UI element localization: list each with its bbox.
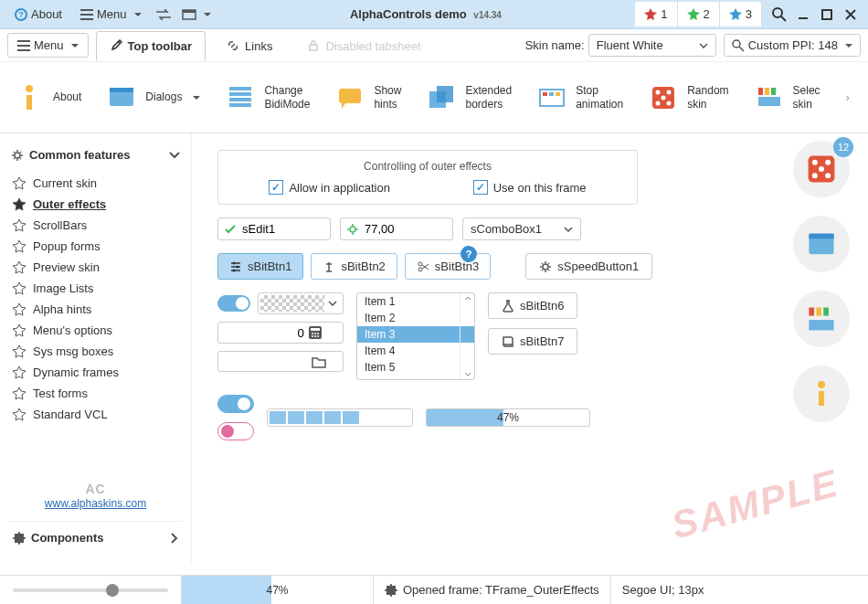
scissors-icon: [417, 260, 429, 273]
svg-point-46: [812, 160, 818, 165]
borders-icon: [425, 81, 458, 114]
svg-rect-8: [26, 95, 32, 110]
svg-rect-17: [549, 92, 554, 96]
search-icon[interactable]: [767, 5, 791, 25]
edit1-input[interactable]: [217, 217, 331, 240]
sbitbtn6[interactable]: sBitBtn6: [488, 292, 577, 319]
sidebar-item-preview-skin[interactable]: Preview skin: [7, 257, 184, 278]
calc-icon[interactable]: [308, 325, 323, 340]
circle-window[interactable]: [793, 216, 850, 272]
sidebar-item-menu-s-options[interactable]: Menu's options: [7, 320, 184, 341]
sidebar-item-standard-vcl[interactable]: Standard VCL: [7, 404, 184, 425]
sidebar-common-header[interactable]: Common features: [7, 143, 184, 167]
circle-dice[interactable]: 12: [793, 141, 850, 197]
about-button[interactable]: ? About: [5, 4, 71, 25]
svg-rect-5: [822, 10, 831, 19]
help-badge[interactable]: ?: [460, 246, 477, 262]
svg-rect-15: [540, 90, 564, 106]
sbitbtn2[interactable]: sBitBtn2: [311, 253, 397, 280]
maximize-icon[interactable]: [815, 5, 839, 25]
sbitbtn1[interactable]: sBitBtn1: [217, 253, 303, 280]
ribbon-about[interactable]: About: [9, 78, 85, 118]
sidebar-item-popup-forms[interactable]: Popup forms: [7, 236, 184, 257]
star-tabs: 1 2 3: [635, 2, 762, 26]
swap-icon[interactable]: [151, 5, 176, 24]
svg-rect-6: [310, 45, 317, 50]
close-icon[interactable]: [839, 5, 863, 25]
edit2-input[interactable]: [340, 217, 453, 240]
sidebar-components-header[interactable]: Components: [7, 521, 184, 554]
list-item[interactable]: Item 5: [357, 359, 474, 376]
minimize-icon[interactable]: [791, 5, 815, 25]
list-item[interactable]: Item 1: [357, 293, 474, 310]
folder-icon[interactable]: [312, 355, 326, 368]
ribbon-dialogs[interactable]: Dialogs: [101, 78, 204, 118]
number-input[interactable]: [217, 322, 344, 344]
sidebar-item-test-forms[interactable]: Test forms: [7, 383, 184, 404]
tab-disabled: Disabled tabsheet: [293, 31, 434, 60]
sbitbtn7[interactable]: sBitBtn7: [488, 328, 577, 355]
ribbon-show-hints[interactable]: Show hints: [330, 78, 405, 118]
scrollbar[interactable]: [460, 293, 474, 379]
info-icon: [13, 81, 46, 114]
pattern-preview: [260, 295, 324, 312]
sidebar-item-dynamic-frames[interactable]: Dynamic frames: [7, 362, 184, 383]
star-tab-2[interactable]: 2: [678, 2, 720, 26]
toggle1[interactable]: [217, 295, 250, 312]
ribbon-stop-animation[interactable]: Stop animation: [532, 78, 627, 118]
svg-text:?: ?: [18, 10, 24, 19]
puzzle-icon: [13, 532, 26, 545]
switch-pink[interactable]: [217, 422, 254, 440]
ribbon-random-skin[interactable]: Random skin: [643, 78, 732, 118]
status-slider[interactable]: [13, 588, 168, 592]
svg-point-36: [543, 264, 548, 270]
slider-thumb[interactable]: [106, 584, 119, 597]
star-icon: [13, 408, 26, 421]
svg-rect-55: [816, 308, 821, 316]
svg-point-29: [15, 153, 20, 158]
list-item[interactable]: Item 2: [357, 310, 474, 326]
ribbon-extended-borders[interactable]: Extended borders: [421, 78, 515, 118]
svg-rect-26: [758, 88, 763, 95]
sidebar-item-sys-msg-boxes[interactable]: Sys msg boxes: [7, 341, 184, 362]
sidebar-item-alpha-hints[interactable]: Alpha hints: [7, 299, 184, 320]
svg-rect-11: [110, 88, 133, 92]
menu-button[interactable]: Menu: [7, 33, 89, 58]
speedbutton1[interactable]: sSpeedButton1: [525, 253, 652, 280]
listbox[interactable]: Item 1Item 2Item 3Item 4Item 5Item 6: [356, 292, 475, 380]
ppi-button[interactable]: Custom PPI: 148: [724, 34, 861, 57]
tab-links[interactable]: Links: [213, 31, 286, 60]
ribbon-change-bidi[interactable]: Change BidiMode: [220, 78, 313, 118]
circle-info[interactable]: [793, 366, 850, 422]
tab-top-toolbar[interactable]: Top toolbar: [96, 31, 206, 60]
star-tab-3[interactable]: 3: [720, 2, 762, 26]
ribbon-select-skin[interactable]: Selec skin: [749, 78, 824, 118]
titlebar-menu-button[interactable]: Menu: [71, 4, 151, 25]
list-item[interactable]: Item 6: [357, 376, 474, 380]
skin-combo[interactable]: Fluent White: [588, 34, 716, 57]
svg-point-33: [233, 269, 236, 271]
switch-blue[interactable]: [217, 395, 254, 413]
ribbon-scroll-right[interactable]: ›: [841, 70, 855, 125]
svg-point-43: [314, 335, 316, 337]
website-link[interactable]: www.alphaskins.com: [45, 497, 146, 510]
check-use-frame[interactable]: ✓Use on this frame: [473, 180, 587, 195]
list-item[interactable]: Item 3: [357, 326, 474, 343]
sidebar-item-outer-effects[interactable]: Outer effects: [7, 194, 184, 215]
combobox1[interactable]: sComboBox1: [462, 217, 581, 240]
sidebar-item-current-skin[interactable]: Current skin: [7, 173, 184, 194]
puzzle-icon: [385, 584, 397, 597]
flask-icon: [502, 300, 514, 313]
file-input[interactable]: [217, 351, 344, 372]
window-list-button[interactable]: [176, 5, 217, 24]
sidebar-item-scrollbars[interactable]: ScrollBars: [7, 215, 184, 236]
list-item[interactable]: Item 4: [357, 343, 474, 359]
sidebar-item-image-lists[interactable]: Image Lists: [7, 278, 184, 299]
circle-palette[interactable]: [793, 291, 850, 347]
svg-point-32: [237, 265, 239, 268]
pattern-select[interactable]: [258, 292, 344, 314]
star-tab-1[interactable]: 1: [635, 2, 677, 26]
check-allow-app[interactable]: ✓Allow in application: [269, 180, 390, 195]
sbitbtn3[interactable]: sBitBtn3: [405, 253, 491, 280]
outer-effects-panel: Controlling of outer effects ✓Allow in a…: [217, 150, 638, 205]
